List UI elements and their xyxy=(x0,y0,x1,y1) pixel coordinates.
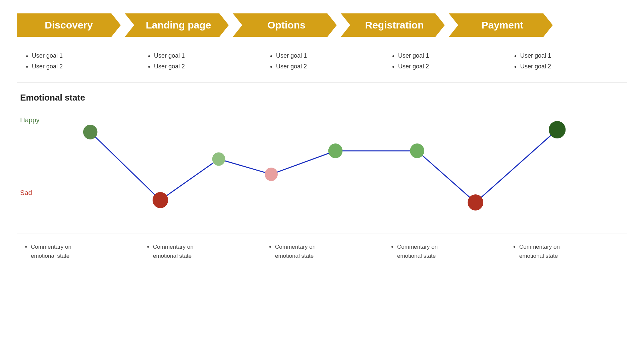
svg-point-1 xyxy=(153,192,168,208)
goal-item: User goal 1 xyxy=(32,50,132,61)
stage-discovery: Discovery xyxy=(17,13,121,37)
commentary-list-landing: Commentary onemotional state xyxy=(146,242,254,260)
label-sad: Sad xyxy=(20,189,44,197)
goals-list-options: User goal 1 User goal 2 xyxy=(268,50,376,72)
svg-point-4 xyxy=(328,143,343,158)
commentary-col-discovery: Commentary onemotional state xyxy=(17,241,139,262)
svg-point-2 xyxy=(212,152,225,166)
goals-list-payment: User goal 1 User goal 2 xyxy=(512,50,621,72)
goal-item: User goal 1 xyxy=(398,50,498,61)
commentary-item: Commentary onemotional state xyxy=(397,242,498,260)
goal-item: User goal 1 xyxy=(520,50,621,61)
svg-point-0 xyxy=(83,125,98,139)
svg-point-5 xyxy=(410,143,424,158)
emotional-section: Emotional state Happy Sad xyxy=(17,89,627,230)
commentary-item: Commentary onemotional state xyxy=(153,242,254,260)
commentary-list-discovery: Commentary onemotional state xyxy=(23,242,132,260)
goals-col-payment: User goal 1 User goal 2 xyxy=(505,47,627,75)
commentary-col-landing: Commentary onemotional state xyxy=(139,241,261,262)
goals-col-registration: User goal 1 User goal 2 xyxy=(383,47,505,75)
commentary-row: Commentary onemotional state Commentary … xyxy=(17,234,627,262)
commentary-item: Commentary onemotional state xyxy=(275,242,376,260)
commentary-col-options: Commentary onemotional state xyxy=(261,241,383,262)
stage-registration: Registration xyxy=(341,13,445,37)
goal-item: User goal 2 xyxy=(276,61,376,72)
neutral-line xyxy=(44,165,627,165)
commentary-item: Commentary onemotional state xyxy=(519,242,621,260)
commentary-col-payment: Commentary onemotional state xyxy=(505,241,627,262)
svg-point-3 xyxy=(265,168,278,181)
svg-point-6 xyxy=(468,194,483,210)
chart-container: Happy Sad xyxy=(17,106,627,224)
goal-item: User goal 2 xyxy=(154,61,254,72)
goal-item: User goal 1 xyxy=(276,50,376,61)
divider-1 xyxy=(17,82,627,82)
stage-landing-page: Landing page xyxy=(125,13,229,37)
chart-svg-area xyxy=(44,106,627,224)
emotional-title: Emotional state xyxy=(17,93,627,103)
goal-item: User goal 2 xyxy=(398,61,498,72)
commentary-item: Commentary onemotional state xyxy=(31,242,132,260)
chart-labels: Happy Sad xyxy=(17,106,44,224)
goal-item: User goal 2 xyxy=(520,61,621,72)
stages-row: Discovery Landing page Options Registrat… xyxy=(17,13,627,37)
svg-point-7 xyxy=(549,121,566,138)
page: Discovery Landing page Options Registrat… xyxy=(0,0,644,362)
goal-item: User goal 1 xyxy=(154,50,254,61)
goals-col-discovery: User goal 1 User goal 2 xyxy=(17,47,139,75)
stage-payment: Payment xyxy=(449,13,553,37)
goals-list-registration: User goal 1 User goal 2 xyxy=(390,50,498,72)
commentary-list-registration: Commentary onemotional state xyxy=(390,242,498,260)
commentary-col-registration: Commentary onemotional state xyxy=(383,241,505,262)
label-happy: Happy xyxy=(20,116,44,124)
goals-row: User goal 1 User goal 2 User goal 1 User… xyxy=(17,47,627,75)
goal-item: User goal 2 xyxy=(32,61,132,72)
commentary-list-payment: Commentary onemotional state xyxy=(512,242,621,260)
commentary-list-options: Commentary onemotional state xyxy=(268,242,376,260)
goals-list-landing: User goal 1 User goal 2 xyxy=(146,50,254,72)
goals-list-discovery: User goal 1 User goal 2 xyxy=(23,50,132,72)
stage-options: Options xyxy=(233,13,337,37)
goals-col-options: User goal 1 User goal 2 xyxy=(261,47,383,75)
goals-col-landing: User goal 1 User goal 2 xyxy=(139,47,261,75)
